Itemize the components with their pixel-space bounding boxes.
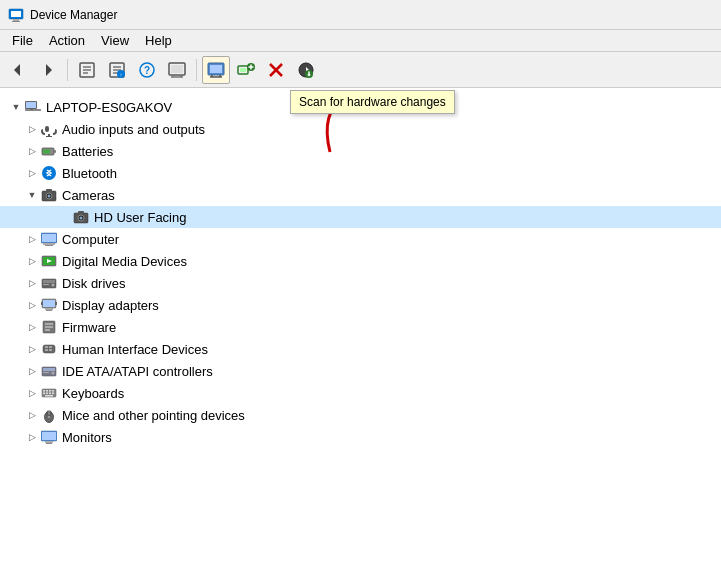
svg-rect-70 [43,284,49,285]
svg-rect-42 [26,102,36,108]
menu-view[interactable]: View [93,31,137,50]
expander-firmware[interactable]: ▷ [24,319,40,335]
svg-rect-55 [46,189,52,192]
expander-audio[interactable]: ▷ [24,121,40,137]
expander-laptop[interactable]: ▼ [8,99,24,115]
main-content: ▼ LAPTOP-ES0GAKOV ▷ [0,88,721,582]
svg-rect-107 [46,443,52,444]
bluetooth-icon [40,164,58,182]
expander-digital-media[interactable]: ▷ [24,253,40,269]
svg-rect-72 [43,300,55,307]
digital-media-icon [40,252,58,270]
cameras-label: Cameras [62,188,115,203]
tree-item-display-adapters[interactable]: ▷ Display adapters [0,294,721,316]
svg-rect-45 [45,126,49,132]
svg-rect-79 [45,326,53,328]
svg-rect-106 [45,441,53,443]
tree-item-audio[interactable]: ▷ Audio inputs and outputs [0,118,721,140]
expander-disk[interactable]: ▷ [24,275,40,291]
svg-point-69 [52,284,55,287]
svg-rect-89 [43,372,49,373]
app-title: Device Manager [30,8,117,22]
svg-rect-81 [43,345,55,353]
properties-button[interactable] [73,56,101,84]
tree-item-hid[interactable]: ▷ Human Interface Devices [0,338,721,360]
laptop-label: LAPTOP-ES0GAKOV [46,100,172,115]
add-driver-button[interactable] [232,56,260,84]
expander-batteries[interactable]: ▷ [24,143,40,159]
expander-hid[interactable]: ▷ [24,341,40,357]
tree-item-computer[interactable]: ▷ Computer [0,228,721,250]
monitors-icon [40,428,58,446]
tree-item-keyboards[interactable]: ▷ Keyboards [0,382,721,404]
expander-mice[interactable]: ▷ [24,407,40,423]
expander-cameras[interactable]: ▼ [24,187,40,203]
expander-ide[interactable]: ▷ [24,363,40,379]
expander-keyboards[interactable]: ▷ [24,385,40,401]
svg-rect-59 [78,211,84,214]
tree-item-cameras[interactable]: ▼ Cameras [0,184,721,206]
svg-rect-3 [12,21,20,22]
keyboards-icon [40,384,58,402]
tree-item-digital-media[interactable]: ▷ Digital Media Devices [0,250,721,272]
svg-rect-80 [45,329,50,331]
device-properties-button[interactable] [163,56,191,84]
svg-rect-82 [45,346,48,348]
menu-action[interactable]: Action [41,31,93,50]
toolbar-separator-1 [67,59,68,81]
svg-rect-24 [210,65,222,73]
svg-rect-73 [45,308,53,310]
audio-label: Audio inputs and outputs [62,122,205,137]
menu-bar: File Action View Help [0,30,721,52]
forward-button[interactable] [34,56,62,84]
svg-rect-95 [43,393,45,395]
batteries-label: Batteries [62,144,113,159]
menu-help[interactable]: Help [137,31,180,50]
app-icon [8,7,24,23]
scan-hardware-button[interactable] [202,56,230,84]
ide-label: IDE ATA/ATAPI controllers [62,364,213,379]
tree-item-ide[interactable]: ▷ IDE ATA/ATAPI controllers [0,360,721,382]
svg-rect-74 [46,310,52,311]
svg-rect-96 [46,393,48,395]
tree-item-batteries[interactable]: ▷ Batteries [0,140,721,162]
expander-display[interactable]: ▷ [24,297,40,313]
svg-point-58 [80,217,83,220]
svg-rect-91 [43,390,45,392]
tree-item-monitors[interactable]: ▷ Monitors [0,426,721,448]
hd-camera-icon [72,208,90,226]
tree-item-mice[interactable]: ▷ Mice and other pointing devices [0,404,721,426]
update-button[interactable] [292,56,320,84]
svg-text:?: ? [144,65,150,76]
svg-marker-5 [46,64,52,76]
expander-bluetooth[interactable]: ▷ [24,165,40,181]
firmware-icon [40,318,58,336]
svg-rect-83 [49,346,52,348]
display-adapters-label: Display adapters [62,298,159,313]
toolbar: ↑ ? [0,52,721,88]
svg-rect-84 [45,349,48,351]
tree-item-disk-drives[interactable]: ▷ Disk drives [0,272,721,294]
scan-hardware-tooltip: Scan for hardware changes [290,90,455,114]
tree-item-hd-user-facing[interactable]: HD User Facing [0,206,721,228]
back-button[interactable] [4,56,32,84]
audio-icon [40,120,58,138]
tree-item-firmware[interactable]: ▷ Firmware [0,316,721,338]
uninstall-button[interactable] [262,56,290,84]
expander-computer[interactable]: ▷ [24,231,40,247]
expander-monitors[interactable]: ▷ [24,429,40,445]
ide-icon [40,362,58,380]
device-tree: ▼ LAPTOP-ES0GAKOV ▷ [0,92,721,578]
update-driver-button[interactable]: ↑ [103,56,131,84]
monitors-label: Monitors [62,430,112,445]
svg-rect-62 [43,243,55,245]
svg-rect-75 [41,302,43,305]
menu-file[interactable]: File [4,31,41,50]
svg-point-103 [48,416,50,418]
help-button[interactable]: ? [133,56,161,84]
svg-rect-1 [11,11,21,17]
svg-rect-47 [46,136,52,137]
tree-item-bluetooth[interactable]: ▷ Bluetooth [0,162,721,184]
computer-label: Computer [62,232,119,247]
disk-drives-icon [40,274,58,292]
